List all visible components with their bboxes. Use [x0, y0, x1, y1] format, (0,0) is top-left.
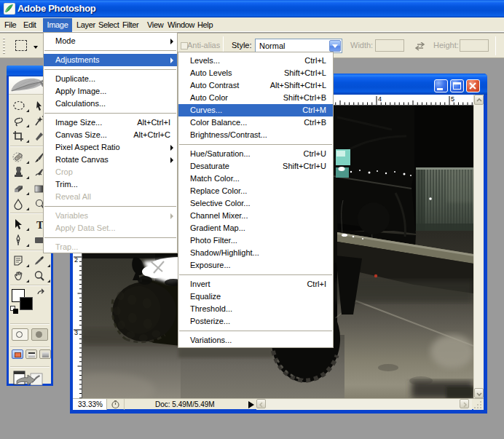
svg-text:5: 5 [451, 95, 454, 103]
svg-text:3: 3 [74, 329, 78, 336]
svg-text:2: 2 [74, 256, 78, 264]
svg-text:4: 4 [378, 95, 382, 103]
